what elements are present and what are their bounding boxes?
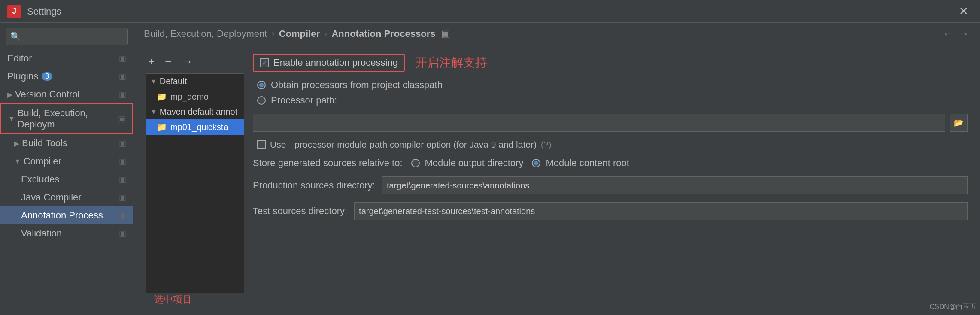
breadcrumb-nav: ← → <box>943 27 969 40</box>
panel-body: + − → ▼ Default 📁 mp_demo <box>133 45 980 315</box>
nav-back-button[interactable]: ← <box>943 27 954 40</box>
sidebar-item-plugins[interactable]: Plugins 3 ▣ <box>0 67 133 85</box>
sidebar-item-build-execution[interactable]: ▼ Build, Execution, Deploym ▣ <box>0 103 133 134</box>
pin-icon: ▣ <box>119 211 126 220</box>
breadcrumb: Build, Execution, Deployment › Compiler … <box>133 23 980 45</box>
pin-icon: ▣ <box>118 114 125 124</box>
pin-icon: ▣ <box>119 175 126 184</box>
enable-annotation-checkbox-container[interactable]: ✓ Enable annotation processing <box>253 54 405 72</box>
store-row: Store generated sources relative to: Mod… <box>253 158 968 169</box>
radio-module-output-label: Module output directory <box>425 158 524 169</box>
annotation-note: 开启注解支持 <box>415 55 487 71</box>
use-processor-checkbox[interactable] <box>257 140 266 149</box>
sidebar-item-validation[interactable]: Validation ▣ <box>0 224 133 242</box>
expand-arrow: ▶ <box>14 139 19 148</box>
store-label: Store generated sources relative to: <box>253 158 403 169</box>
nav-forward-button[interactable]: → <box>958 27 969 40</box>
main-content: 🔍 Editor ▣ Plugins 3 ▣ ▶ Version Control… <box>0 23 980 315</box>
pin-icon: ▣ <box>119 157 126 166</box>
enable-checkbox-label: Enable annotation processing <box>273 57 398 68</box>
test-sources-label: Test sources directory: <box>253 206 347 217</box>
expand-arrow: ▼ <box>14 158 21 165</box>
processor-path-input[interactable] <box>253 114 945 132</box>
sidebar-item-label: Build Tools <box>22 138 67 149</box>
breadcrumb-part1: Build, Execution, Deployment <box>144 28 267 39</box>
radio-obtain-processors[interactable]: Obtain processors from project classpath <box>257 79 968 91</box>
sidebar-item-label: Editor <box>7 53 32 64</box>
test-sources-input[interactable] <box>354 202 968 220</box>
sidebar-item-build-tools[interactable]: ▶ Build Tools ▣ <box>0 134 133 152</box>
sidebar-item-compiler[interactable]: ▼ Compiler ▣ <box>0 152 133 170</box>
expand-arrow: ▼ <box>150 108 157 116</box>
settings-window: J Settings ✕ 🔍 Editor ▣ Plugins 3 ▣ <box>0 0 980 315</box>
sidebar-item-label: Annotation Process <box>21 210 103 221</box>
sidebar-item-label: Build, Execution, Deploym <box>18 108 118 130</box>
group-label: Default <box>160 76 187 86</box>
item-label: mp_demo <box>170 92 209 102</box>
radio-processor-path-button[interactable] <box>257 96 266 105</box>
expand-arrow: ▼ <box>150 78 157 85</box>
folder-icon: 📁 <box>156 122 167 132</box>
radio-processor-path-label: Processor path: <box>271 95 337 106</box>
window-title: Settings <box>27 6 955 17</box>
use-processor-module-row: Use --processor-module-path compiler opt… <box>253 139 968 150</box>
production-sources-label: Production sources directory: <box>253 180 375 191</box>
path-browse-button[interactable]: 📂 <box>950 114 968 132</box>
list-panel: + − → ▼ Default 📁 mp_demo <box>146 54 244 306</box>
right-panel: Build, Execution, Deployment › Compiler … <box>133 23 980 315</box>
list-items: ▼ Default 📁 mp_demo ▼ Maven default anno… <box>146 73 244 293</box>
radio-group: Obtain processors from project classpath… <box>253 79 968 106</box>
help-icon: (?) <box>541 140 551 150</box>
radio-module-content-root[interactable]: Module content root <box>532 158 629 169</box>
expand-arrow: ▼ <box>8 115 15 123</box>
remove-button[interactable]: − <box>162 54 174 69</box>
list-item-mp01[interactable]: 📁 mp01_quicksta <box>146 119 244 135</box>
sidebar-item-label: Java Compiler <box>21 192 82 203</box>
radio-content-root-label: Module content root <box>546 158 629 169</box>
radio-obtain-label: Obtain processors from project classpath <box>271 79 443 91</box>
radio-module-output[interactable]: Module output directory <box>411 158 524 169</box>
enable-checkbox[interactable]: ✓ <box>260 58 269 67</box>
sidebar-item-version-control[interactable]: ▶ Version Control ▣ <box>0 85 133 103</box>
radio-content-root-button[interactable] <box>532 159 540 167</box>
sidebar-item-java-compiler[interactable]: Java Compiler ▣ <box>0 188 133 206</box>
pin-icon: ▣ <box>119 193 126 202</box>
sidebar-item-excludes[interactable]: Excludes ▣ <box>0 170 133 188</box>
enable-row: ✓ Enable annotation processing 开启注解支持 <box>253 54 968 72</box>
settings-panel: ✓ Enable annotation processing 开启注解支持 Ob… <box>253 54 968 306</box>
search-box[interactable]: 🔍 <box>6 28 128 45</box>
sidebar-item-editor[interactable]: Editor ▣ <box>0 49 133 67</box>
production-sources-input[interactable] <box>382 176 968 194</box>
radio-obtain-button[interactable] <box>257 81 266 89</box>
close-button[interactable]: ✕ <box>955 3 973 20</box>
navigate-button[interactable]: → <box>179 54 195 69</box>
breadcrumb-pin: ▣ <box>441 28 450 39</box>
titlebar: J Settings ✕ <box>0 0 980 23</box>
sidebar-item-label: Excludes <box>21 174 59 185</box>
sidebar-item-label: Version Control <box>15 89 79 100</box>
list-group-maven[interactable]: ▼ Maven default annot <box>146 104 244 119</box>
radio-processor-path[interactable]: Processor path: <box>257 95 968 106</box>
sidebar-item-label: Plugins <box>7 71 38 82</box>
app-icon: J <box>7 5 21 18</box>
list-toolbar: + − → <box>146 54 244 69</box>
radio-module-output-button[interactable] <box>411 159 420 167</box>
list-item-mp-demo[interactable]: 📁 mp_demo <box>146 89 244 104</box>
add-button[interactable]: + <box>146 54 157 69</box>
folder-icon: 📁 <box>156 91 167 102</box>
sidebar-nav: Editor ▣ Plugins 3 ▣ ▶ Version Control ▣… <box>0 49 133 315</box>
plugins-badge: 3 <box>42 72 52 81</box>
sidebar-item-label: Compiler <box>24 156 61 167</box>
list-group-default[interactable]: ▼ Default <box>146 74 244 89</box>
sidebar: 🔍 Editor ▣ Plugins 3 ▣ ▶ Version Control… <box>0 23 133 315</box>
breadcrumb-part3: Annotation Processors <box>331 28 435 39</box>
pin-icon: ▣ <box>119 54 126 63</box>
production-sources-row: Production sources directory: <box>253 176 968 194</box>
sidebar-item-label: Validation <box>21 228 62 239</box>
breadcrumb-part2: Compiler <box>279 28 320 39</box>
pin-icon: ▣ <box>119 229 126 238</box>
expand-arrow: ▶ <box>7 91 12 99</box>
group-label: Maven default annot <box>160 107 237 117</box>
sidebar-item-annotation-processors[interactable]: Annotation Process ▣ <box>0 206 133 224</box>
watermark: CSDN@白玉五 <box>929 303 977 312</box>
